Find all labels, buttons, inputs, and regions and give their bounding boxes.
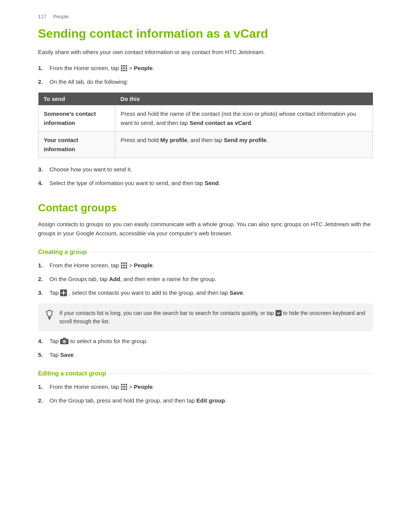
- svg-rect-12: [121, 265, 123, 266]
- svg-rect-36: [123, 386, 125, 388]
- vcard-table: To send Do this Someone's contact inform…: [38, 93, 373, 158]
- table-header-tosend: To send: [38, 93, 115, 105]
- svg-rect-13: [123, 265, 125, 266]
- table-row: Your contact information Press and hold …: [38, 132, 373, 158]
- svg-rect-10: [123, 262, 125, 264]
- step-num: 4.: [38, 179, 49, 188]
- step-num: 2.: [38, 77, 49, 86]
- page-number: 117: [38, 14, 46, 19]
- section1-title: Sending contact information as a vCard: [38, 26, 373, 41]
- step-num: 1.: [38, 382, 49, 391]
- svg-rect-35: [121, 386, 123, 388]
- svg-rect-32: [121, 384, 123, 385]
- creating-step-2: 2. On the Groups tab, tap Add, and then …: [38, 275, 373, 284]
- step-text: Tap Save.: [49, 350, 373, 359]
- grid-icon: [121, 383, 127, 390]
- editing-a-contact-group-header: Editing a contact group: [38, 370, 373, 377]
- svg-rect-6: [121, 70, 123, 71]
- svg-rect-17: [126, 267, 127, 268]
- svg-line-26: [53, 311, 53, 312]
- svg-rect-39: [123, 388, 125, 390]
- step-num: 4.: [38, 337, 49, 346]
- chevron-down-icon: [276, 310, 282, 316]
- svg-rect-16: [123, 267, 125, 268]
- svg-rect-22: [48, 318, 51, 319]
- table-cell-col2: Press and hold the name of the contact (…: [115, 105, 373, 132]
- svg-rect-14: [126, 265, 127, 266]
- svg-rect-7: [123, 70, 125, 71]
- page-header: 117 People: [38, 14, 373, 19]
- creating-a-group-title: Creating a group: [38, 249, 91, 256]
- svg-rect-4: [123, 67, 125, 69]
- creating-step-3: 3. Tap , select the contacts you want to…: [38, 288, 373, 297]
- svg-rect-15: [121, 267, 123, 268]
- svg-rect-20: [61, 292, 66, 293]
- step-num: 3.: [38, 165, 49, 174]
- svg-rect-8: [126, 70, 127, 71]
- svg-rect-33: [123, 384, 125, 385]
- creating-a-group-header: Creating a group: [38, 249, 373, 256]
- section1-intro: Easily share with others your own contac…: [38, 48, 373, 57]
- step-num: 3.: [38, 288, 49, 297]
- step-text: Tap to select a photo for the group.: [49, 337, 373, 346]
- tip-box: If your contacts list is long, you can u…: [38, 304, 373, 331]
- step-num: 5.: [38, 350, 49, 359]
- svg-rect-40: [126, 388, 127, 390]
- svg-rect-2: [126, 65, 127, 67]
- svg-rect-1: [123, 65, 125, 67]
- subsection-divider: [110, 373, 373, 374]
- svg-rect-9: [121, 262, 123, 264]
- svg-rect-34: [126, 384, 127, 385]
- svg-line-25: [46, 311, 46, 312]
- table-row: Someone's contact information Press and …: [38, 105, 373, 132]
- tip-lightbulb-icon: [45, 310, 54, 323]
- step-text: On the All tab, do the following:: [49, 77, 373, 86]
- svg-rect-0: [121, 65, 123, 67]
- editing-step-1: 1. From the Home screen, tap > People.: [38, 382, 373, 391]
- grid-icon: [121, 65, 127, 72]
- step-num: 2.: [38, 396, 49, 405]
- step-text: From the Home screen, tap > People.: [49, 64, 373, 73]
- step-1-1: 1. From the Home screen, tap > People.: [38, 64, 373, 73]
- table-cell-col2: Press and hold My profile, and then tap …: [115, 132, 373, 158]
- editing-step-2: 2. On the Group tab, press and hold the …: [38, 396, 373, 405]
- svg-rect-3: [121, 67, 123, 69]
- step-text: Choose how you want to send it.: [49, 165, 373, 174]
- step-1-4: 4. Select the type of information you wa…: [38, 179, 373, 188]
- step-1-2: 2. On the All tab, do the following:: [38, 77, 373, 86]
- editing-a-contact-group-title: Editing a contact group: [38, 370, 110, 377]
- subsection-divider: [91, 252, 373, 252]
- section2-intro: Assign contacts to groups so you can eas…: [38, 220, 373, 238]
- step-num: 2.: [38, 275, 49, 284]
- section2-title: Contact groups: [38, 201, 373, 214]
- step-1-3: 3. Choose how you want to send it.: [38, 165, 373, 174]
- step-num: 1.: [38, 64, 49, 73]
- tip-text: If your contacts list is long, you can u…: [59, 309, 366, 326]
- table-cell-col1: Someone's contact information: [38, 105, 115, 132]
- step-text: From the Home screen, tap > People.: [49, 261, 373, 270]
- svg-rect-5: [126, 67, 127, 69]
- step-text: Tap , select the contacts you want to ad…: [49, 288, 373, 297]
- creating-step-5: 5. Tap Save.: [38, 350, 373, 359]
- lightbulb-svg: [45, 310, 54, 320]
- svg-rect-37: [126, 386, 127, 388]
- step-text: On the Group tab, press and hold the gro…: [49, 396, 373, 405]
- step-text: Select the type of information you want …: [49, 179, 373, 188]
- plus-icon: [60, 289, 67, 296]
- step-text: From the Home screen, tap > People.: [49, 382, 373, 391]
- step-text: On the Groups tab, tap Add, and then ent…: [49, 275, 373, 284]
- svg-rect-29: [63, 338, 66, 339]
- svg-rect-38: [121, 388, 123, 390]
- creating-step-4: 4. Tap to select a photo for the group.: [38, 337, 373, 346]
- table-header-dothis: Do this: [115, 93, 373, 105]
- step-num: 1.: [38, 261, 49, 270]
- grid-icon: [121, 262, 127, 269]
- svg-rect-23: [49, 319, 50, 320]
- camera-icon: [60, 338, 68, 345]
- svg-point-31: [64, 341, 65, 342]
- breadcrumb: People: [53, 14, 68, 19]
- creating-step-1: 1. From the Home screen, tap > People.: [38, 261, 373, 270]
- table-cell-col1: Your contact information: [38, 132, 115, 158]
- svg-rect-27: [276, 310, 282, 316]
- svg-rect-11: [126, 262, 127, 264]
